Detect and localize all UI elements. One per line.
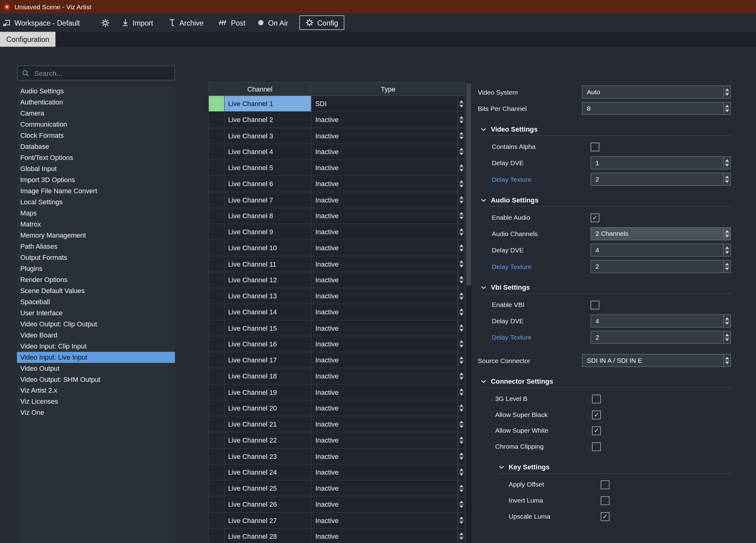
chevron-down-icon[interactable] bbox=[481, 380, 487, 383]
type-cell[interactable]: Inactive bbox=[311, 208, 465, 224]
stepper-icon[interactable] bbox=[458, 464, 465, 480]
type-cell[interactable]: Inactive bbox=[311, 240, 465, 256]
sidebar-item-clock-formats[interactable]: Clock Formats bbox=[17, 130, 175, 141]
channel-cell[interactable]: Live Channel 16 bbox=[225, 336, 311, 352]
delay-dve-field[interactable]: 4 bbox=[591, 244, 731, 257]
stepper-icon[interactable] bbox=[458, 529, 465, 543]
channel-cell[interactable]: Live Channel 13 bbox=[225, 288, 311, 303]
stepper-icon[interactable] bbox=[458, 112, 465, 127]
tab-configuration[interactable]: Configuration bbox=[0, 32, 55, 47]
stepper-icon[interactable] bbox=[458, 160, 465, 175]
channel-cell[interactable]: Live Channel 21 bbox=[225, 416, 311, 432]
channel-cell[interactable]: Live Channel 9 bbox=[225, 224, 311, 240]
stepper-icon[interactable] bbox=[458, 320, 465, 335]
type-cell[interactable]: Inactive bbox=[311, 432, 465, 448]
stepper-icon[interactable] bbox=[458, 400, 465, 416]
table-scrollbar[interactable] bbox=[466, 82, 472, 543]
type-cell[interactable]: Inactive bbox=[311, 448, 465, 464]
sidebar-item-local-settings[interactable]: Local Settings bbox=[17, 197, 175, 208]
channel-cell[interactable]: Live Channel 23 bbox=[225, 448, 311, 464]
sidebar-item-viz-licenses[interactable]: Viz Licenses bbox=[17, 396, 175, 407]
type-cell[interactable]: Inactive bbox=[311, 128, 465, 143]
stepper-icon[interactable] bbox=[458, 352, 465, 368]
sidebar-item-video-output[interactable]: Video Output bbox=[17, 363, 175, 374]
type-cell[interactable]: Inactive bbox=[311, 304, 465, 319]
workspace-button[interactable]: Workspace - Default bbox=[2, 14, 80, 32]
sidebar-item-font-text-options[interactable]: Font/Text Options bbox=[17, 152, 175, 163]
type-cell[interactable]: Inactive bbox=[311, 416, 465, 432]
on-air-button[interactable]: On Air bbox=[257, 14, 288, 32]
column-header-type[interactable]: Type bbox=[311, 82, 465, 95]
sidebar-item-viz-artist-2-x[interactable]: Viz Artist 2.x bbox=[17, 385, 175, 396]
type-cell[interactable]: Inactive bbox=[311, 144, 465, 159]
channel-cell[interactable]: Live Channel 8 bbox=[225, 208, 311, 224]
type-cell[interactable]: SDI bbox=[311, 96, 465, 111]
allow-super-black-checkbox[interactable] bbox=[592, 410, 601, 419]
search-input[interactable] bbox=[33, 69, 170, 77]
channel-cell[interactable]: Live Channel 15 bbox=[225, 320, 311, 335]
type-cell[interactable]: Inactive bbox=[311, 320, 465, 335]
sidebar-item-spaceball[interactable]: Spaceball bbox=[17, 296, 175, 307]
channel-cell[interactable]: Live Channel 25 bbox=[225, 480, 311, 496]
source-connector-field[interactable]: SDI IN A / SDI IN E bbox=[582, 354, 731, 367]
stepper-icon[interactable] bbox=[458, 512, 465, 528]
stepper-icon[interactable] bbox=[458, 288, 465, 303]
sidebar-item-database[interactable]: Database bbox=[17, 141, 175, 152]
sidebar-item-image-file-name-convert[interactable]: Image File Name Convert bbox=[17, 186, 175, 197]
stepper-icon[interactable] bbox=[723, 315, 730, 327]
stepper-icon[interactable] bbox=[458, 128, 465, 143]
chroma-clipping-checkbox[interactable] bbox=[592, 442, 601, 451]
type-cell[interactable]: Inactive bbox=[311, 336, 465, 352]
channel-cell[interactable]: Live Channel 6 bbox=[225, 176, 311, 191]
channel-cell[interactable]: Live Channel 5 bbox=[225, 160, 311, 175]
stepper-icon[interactable] bbox=[458, 240, 465, 256]
sidebar-item-video-output-shm-output[interactable]: Video Output: SHM Output bbox=[17, 374, 175, 385]
video-system-field[interactable]: Auto bbox=[582, 86, 731, 99]
stepper-icon[interactable] bbox=[723, 331, 730, 343]
search-box[interactable] bbox=[17, 66, 175, 80]
stepper-icon[interactable] bbox=[723, 157, 730, 169]
enable-vbi-checkbox[interactable] bbox=[591, 300, 599, 309]
type-cell[interactable]: Inactive bbox=[311, 112, 465, 127]
sidebar-item-scene-default-values[interactable]: Scene Default Values bbox=[17, 285, 175, 296]
stepper-icon[interactable] bbox=[458, 304, 465, 319]
enable-audio-checkbox[interactable] bbox=[591, 213, 599, 222]
channel-cell[interactable]: Live Channel 24 bbox=[225, 464, 311, 480]
stepper-icon[interactable] bbox=[458, 336, 465, 352]
type-cell[interactable]: Inactive bbox=[311, 176, 465, 191]
channel-cell[interactable]: Live Channel 1 bbox=[225, 96, 311, 111]
type-cell[interactable]: Inactive bbox=[311, 160, 465, 175]
channel-cell[interactable]: Live Channel 12 bbox=[225, 272, 311, 287]
sidebar-item-matrox[interactable]: Matrox bbox=[17, 219, 175, 230]
stepper-icon[interactable] bbox=[458, 192, 465, 208]
stepper-icon[interactable] bbox=[723, 228, 730, 240]
type-cell[interactable]: Inactive bbox=[311, 384, 465, 400]
type-cell[interactable]: Inactive bbox=[311, 529, 465, 543]
stepper-icon[interactable] bbox=[723, 102, 730, 114]
sidebar-item-global-input[interactable]: Global Input bbox=[17, 163, 175, 175]
sidebar-item-video-output-clip-output[interactable]: Video Output: Clip Output bbox=[17, 319, 175, 330]
stepper-icon[interactable] bbox=[458, 96, 465, 111]
channel-cell[interactable]: Live Channel 3 bbox=[225, 128, 311, 143]
channel-cell[interactable]: Live Channel 18 bbox=[225, 368, 311, 384]
channel-cell[interactable]: Live Channel 27 bbox=[225, 512, 311, 528]
type-cell[interactable]: Inactive bbox=[311, 256, 465, 272]
allow-super-white-checkbox[interactable] bbox=[592, 426, 601, 435]
stepper-icon[interactable] bbox=[458, 224, 465, 240]
stepper-icon[interactable] bbox=[458, 368, 465, 384]
delay-dve-field[interactable]: 4 bbox=[591, 314, 731, 327]
type-cell[interactable]: Inactive bbox=[311, 480, 465, 496]
stepper-icon[interactable] bbox=[458, 384, 465, 400]
delay-texture-field[interactable]: 2 bbox=[591, 173, 731, 186]
sidebar-item-video-board[interactable]: Video Board bbox=[17, 330, 175, 341]
delay-dve-field[interactable]: 1 bbox=[591, 156, 731, 169]
import-button[interactable]: Import bbox=[122, 14, 153, 32]
stepper-icon[interactable] bbox=[458, 480, 465, 496]
stepper-icon[interactable] bbox=[458, 496, 465, 512]
stepper-icon[interactable] bbox=[458, 272, 465, 287]
sidebar-item-output-formats[interactable]: Output Formats bbox=[17, 252, 175, 263]
sidebar-item-camera[interactable]: Camera bbox=[17, 108, 175, 119]
delay-texture-field[interactable]: 2 bbox=[591, 260, 731, 273]
stepper-icon[interactable] bbox=[723, 86, 730, 98]
channel-cell[interactable]: Live Channel 17 bbox=[225, 352, 311, 368]
